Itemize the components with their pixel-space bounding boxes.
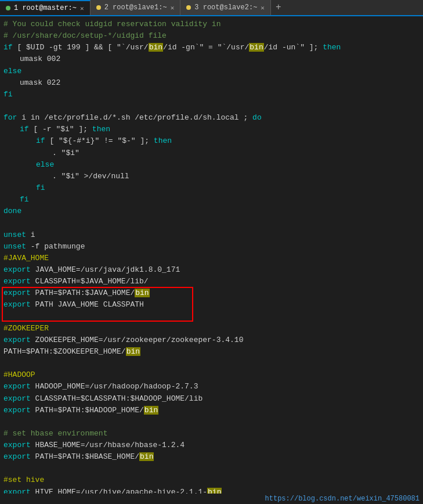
line-39 — [3, 463, 420, 474]
tab-2-dot — [96, 5, 101, 10]
line-15: fi — [3, 182, 420, 194]
line-18 — [3, 217, 420, 229]
line-14: . "$i" >/dev/null — [3, 171, 420, 182]
line-25: export PATH JAVA_HOME CLASSPATH — [3, 299, 420, 311]
tab-1-close[interactable]: ✕ — [80, 5, 84, 12]
line-31: #HADOOP — [3, 369, 420, 381]
line-35 — [3, 416, 420, 428]
line-38: export PATH=$PATH:$HBASE_HOME/bin — [3, 451, 420, 463]
line-2: # /usr/share/doc/setup-*/uidgid file — [3, 30, 420, 42]
line-28: export ZOOKEEPER_HOME=/usr/zookeeper/zoo… — [3, 334, 420, 346]
line-9: for i in /etc/profile.d/*.sh /etc/profil… — [3, 112, 420, 124]
line-8 — [3, 100, 420, 112]
status-bar: https://blog.csdn.net/weixin_47580081 — [0, 494, 423, 504]
line-33: export CLASSPATH=$CLASSPATH:$HADOOP_HOME… — [3, 393, 420, 405]
line-5: else — [3, 66, 420, 77]
line-1: # You could check uidgid reservation val… — [3, 19, 420, 30]
line-36: # set hbase environment — [3, 428, 420, 440]
status-right: https://blog.csdn.net/weixin_47580081 — [265, 495, 420, 503]
line-4: umask 002 — [3, 53, 420, 65]
tab-3-label: 3 root@slave2:~ — [194, 3, 257, 12]
line-3: if [ $UID -gt 199 ] && [ "`/usr/bin/id -… — [3, 42, 420, 53]
line-29: PATH=$PATH:$ZOOKEEPER_HOME/bin — [3, 346, 420, 358]
tab-1-label: 1 root@master:~ — [14, 4, 77, 12]
line-12: . "$i" — [3, 147, 420, 159]
line-40: #set hive — [3, 474, 420, 486]
line-13: else — [3, 159, 420, 171]
terminal-content: # You could check uidgid reservation val… — [0, 16, 423, 504]
tab-2[interactable]: 2 root@slave1:~ ✕ — [91, 0, 181, 15]
line-26 — [3, 311, 420, 323]
line-19: unset i — [3, 229, 420, 241]
tab-3-close[interactable]: ✕ — [261, 4, 265, 12]
line-16: fi — [3, 194, 420, 206]
tab-2-label: 2 root@slave1:~ — [104, 3, 167, 12]
line-37: export HBASE_HOME=/usr/hbase/hbase-1.2.4 — [3, 440, 420, 451]
tab-bar: 1 root@master:~ ✕ 2 root@slave1:~ ✕ 3 ro… — [0, 0, 423, 16]
tab-1-dot — [6, 6, 10, 10]
line-22: export JAVA_HOME=/usr/java/jdk1.8.0_171 — [3, 264, 420, 276]
line-6: umask 022 — [3, 77, 420, 89]
line-21: #JAVA_HOME — [3, 253, 420, 264]
line-20: unset -f pathmunge — [3, 241, 420, 253]
line-34: export PATH=$PATH:$HADOOP_HOME/bin — [3, 405, 420, 416]
add-tab-button[interactable]: + — [271, 0, 286, 15]
line-23: export CLASSPATH=$JAVA_HOME/lib/ — [3, 276, 420, 287]
tab-2-close[interactable]: ✕ — [171, 4, 175, 12]
line-27: #ZOOKEEPER — [3, 323, 420, 334]
line-11: if [ "${-#*i}" != "$-" ]; then — [3, 135, 420, 147]
line-17: done — [3, 206, 420, 217]
line-30 — [3, 358, 420, 369]
line-7: fi — [3, 89, 420, 100]
tab-3[interactable]: 3 root@slave2:~ ✕ — [180, 0, 271, 15]
line-24: export PATH=$PATH:$JAVA_HOME/bin — [3, 287, 420, 299]
line-32: export HADOOP_HOME=/usr/hadoop/hadoop-2.… — [3, 381, 420, 393]
tab-3-dot — [186, 5, 191, 10]
line-10: if [ -r "$i" ]; then — [3, 124, 420, 135]
tab-1[interactable]: 1 root@master:~ ✕ — [0, 0, 91, 15]
